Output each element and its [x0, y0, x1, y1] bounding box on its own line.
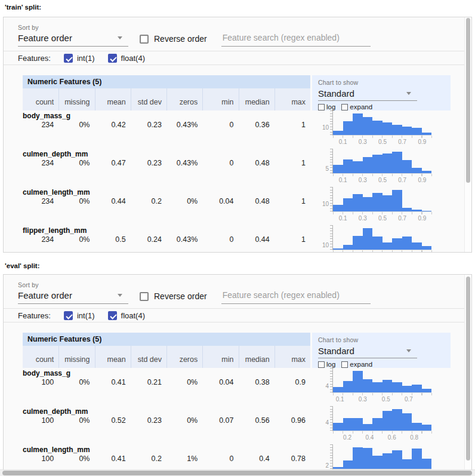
histogram[interactable]: 100.10.30.50.70.9	[312, 187, 452, 225]
log-checkbox[interactable]	[318, 104, 325, 110]
feature-stats: 2340%0.440.20%0.040.481	[23, 197, 310, 205]
column-header[interactable]: zeros	[166, 88, 202, 110]
column-header[interactable]: std dev	[131, 346, 166, 368]
feature-name: culmen_length_mm	[23, 446, 310, 454]
dropdown-caret-icon	[406, 92, 411, 95]
stat-value: 0.9	[274, 378, 310, 386]
log-checkbox[interactable]	[318, 361, 325, 368]
feature-type-checkbox[interactable]	[108, 311, 117, 320]
chart-to-show-value: Standard	[318, 346, 354, 356]
expand-checkbox[interactable]	[341, 104, 348, 110]
histogram[interactable]: 40.10.30.50.7	[312, 368, 452, 406]
column-header[interactable]: max	[274, 88, 310, 110]
feature-type-filter: int(1)	[64, 54, 95, 63]
stat-value: 0%	[58, 159, 94, 167]
charts-column: Chart to showStandardlogexpand100.10.30.…	[312, 75, 452, 253]
column-header[interactable]: missing	[58, 346, 94, 368]
reverse-order-checkbox[interactable]	[140, 292, 149, 301]
histogram-bar	[343, 460, 353, 469]
histogram-bar	[383, 411, 393, 431]
histogram[interactable]: 100.10.30.50.70.9	[312, 225, 452, 253]
feature-type-checkbox[interactable]	[108, 54, 117, 63]
sort-by-label: Sort by	[18, 24, 128, 31]
feature-name: flipper_length_mm	[23, 226, 310, 235]
x-axis-label: 0.7	[398, 139, 406, 145]
feature-stats: 1000%0.410.21%00.40.78	[23, 454, 310, 463]
feature-type-checkbox[interactable]	[64, 54, 73, 63]
feature-search-input[interactable]	[221, 290, 371, 304]
stat-value: 0%	[58, 416, 94, 425]
stat-value: 0.44	[239, 235, 274, 244]
column-header[interactable]: zeros	[166, 346, 202, 368]
histogram-bar	[372, 237, 383, 250]
stat-value: 0%	[58, 121, 94, 129]
horizontal-scrollbar-thumb[interactable]	[2, 471, 472, 475]
sort-by-select[interactable]: Sort byFeature order	[18, 281, 128, 304]
histogram-bar	[333, 205, 343, 211]
reverse-order-label: Reverse order	[154, 34, 207, 44]
y-axis	[330, 368, 332, 392]
stat-value: 234	[23, 159, 58, 167]
sort-by-value-line[interactable]: Feature order	[18, 288, 128, 304]
column-header[interactable]: median	[239, 88, 274, 110]
histogram[interactable]: 100.10.30.50.70.9	[312, 110, 452, 149]
sort-by-value-line[interactable]: Feature order	[18, 31, 128, 47]
stat-value: 0%	[58, 378, 94, 386]
stat-value: 0.04	[202, 378, 238, 386]
horizontal-scrollbar[interactable]	[0, 469, 475, 476]
x-axis-label: 0.2	[343, 434, 351, 441]
histogram-bar	[363, 228, 373, 250]
vertical-scrollbar-thumb[interactable]	[466, 18, 470, 183]
chart-to-show-select[interactable]: Standard	[318, 87, 417, 101]
histogram-bar	[372, 418, 383, 431]
column-header[interactable]: median	[239, 346, 274, 368]
stat-value: 0%	[166, 197, 202, 205]
y-axis	[330, 225, 332, 250]
x-axis-label: 0.3	[359, 215, 367, 222]
column-header[interactable]: min	[202, 88, 238, 110]
stat-value: 0.38	[239, 378, 274, 386]
histogram-bar	[372, 456, 383, 469]
column-header[interactable]: count	[23, 346, 58, 368]
column-header[interactable]: mean	[95, 346, 131, 368]
histogram-bar	[402, 386, 412, 392]
column-header[interactable]: missing	[58, 88, 94, 110]
y-axis	[330, 149, 332, 173]
x-axis-label: 0.9	[418, 177, 426, 183]
column-header[interactable]: count	[23, 88, 58, 110]
histogram[interactable]: 40.20.40.60.8	[312, 406, 452, 444]
chart-controls: Chart to showStandardlogexpand	[312, 75, 451, 110]
feature-type-checkbox[interactable]	[64, 311, 73, 320]
histogram-bar	[402, 459, 412, 469]
histogram-bar	[383, 195, 393, 211]
histogram-bar	[363, 424, 373, 431]
histogram[interactable]: 50.10.30.50.70.9	[312, 149, 452, 187]
column-header[interactable]: mean	[95, 88, 131, 110]
column-header[interactable]: min	[202, 346, 238, 368]
stat-value: 0.07	[202, 416, 238, 425]
vertical-scrollbar[interactable]	[464, 17, 471, 252]
histogram-bar	[353, 447, 363, 469]
vertical-scrollbar[interactable]	[464, 275, 471, 473]
column-header[interactable]: std dev	[131, 88, 166, 110]
chart-to-show-select[interactable]: Standard	[318, 344, 417, 358]
histogram-bar	[343, 245, 353, 250]
histogram[interactable]: 2	[312, 444, 452, 473]
feature-search-input[interactable]	[221, 33, 371, 47]
histogram-bar	[372, 121, 383, 135]
feature-name: culmen_depth_mm	[23, 150, 310, 158]
histogram-bar	[412, 449, 422, 469]
histogram-bar	[422, 133, 432, 135]
x-axis-labels: 0.20.40.60.8	[333, 434, 432, 441]
histogram-bar	[372, 382, 383, 392]
x-axis	[333, 393, 432, 395]
expand-checkbox[interactable]	[341, 361, 348, 368]
stat-value: 0.56	[239, 416, 274, 425]
y-tick-label: 10	[314, 201, 329, 207]
column-header[interactable]: max	[274, 346, 310, 368]
vertical-scrollbar-thumb[interactable]	[466, 277, 470, 460]
sort-by-select[interactable]: Sort byFeature order	[18, 24, 128, 47]
histogram-bar	[353, 418, 363, 431]
feature-row: culmen_length_mm2340%0.440.20%0.040.481	[23, 187, 310, 225]
reverse-order-checkbox[interactable]	[140, 35, 149, 44]
